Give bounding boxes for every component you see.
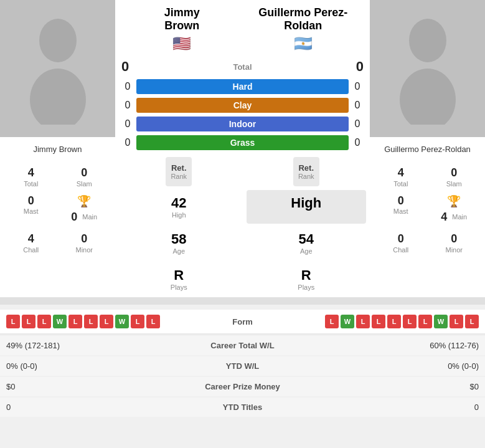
career-wl-row: 49% (172-181) Career Total W/L 60% (112-… [0,336,485,355]
main-container: Jimmy Brown 4 Total 0 Slam 0 Mast 🏆 [0,0,485,417]
left-minor-cell: 0 Minor [59,230,111,257]
right-mast-cell: 0 Mast [375,192,427,229]
left-ytd-titles: 0 [6,403,181,412]
right-slam-cell: 0 Slam [428,164,481,191]
right-rank-section: Ret. Rank [243,155,370,189]
form-badge: L [418,315,432,328]
left-total-cell: 4 Total [5,164,57,191]
left-chall-cell: 4 Chall [5,230,57,257]
surface-rows: 0 Hard 0 0 Clay 0 0 Indoor 0 0 Grass [115,77,370,152]
grass-row: 0 Grass 0 [121,133,364,152]
form-row: LLLWLLLWLL Form LWLLLLLWLL [0,310,485,333]
right-mast-value: 0 [398,194,404,208]
right-rank-label: Rank [298,173,314,180]
left-rank-box: Ret. Rank [166,157,192,186]
left-rank-val: Ret. [171,163,187,173]
clay-right: 0 [351,100,364,111]
total-right: 0 [356,59,364,75]
career-wl-label: Career Total W/L [181,341,305,350]
right-chall-label: Chall [393,246,408,254]
right-total-label: Total [393,180,408,188]
player-names-header: Jimmy Brown Guillermo Perez- Roldan [115,0,370,32]
left-career-wl: 49% (172-181) [6,341,181,350]
hard-btn: Hard [136,79,349,94]
left-minor-value: 0 [81,232,87,246]
left-player-photo [0,0,115,137]
left-age-label: Age [172,247,185,255]
form-badge: L [6,315,20,328]
right-player-name: Guillermo Perez-Roldan [380,142,474,156]
left-mast-value: 0 [28,194,34,208]
form-badge: L [403,315,417,328]
left-total-label: Total [24,180,38,188]
grass-right: 0 [351,137,364,148]
center-panel: Jimmy Brown Guillermo Perez- Roldan 🇺🇸 🇦… [115,0,370,297]
left-rank-section: Ret. Rank [115,155,243,189]
svg-point-2 [409,19,446,62]
left-age-val: 58 [171,231,186,247]
form-badge: L [131,315,144,328]
right-main-label: Main [452,213,467,221]
right-high-text: High [291,195,321,211]
left-minor-label: Minor [75,246,93,254]
total-label: Total [233,62,252,72]
form-badge: L [37,315,51,328]
right-minor-label: Minor [445,246,463,254]
ytd-wl-label: YTD W/L [181,361,305,371]
right-main-cell: 4 Main [440,208,468,227]
form-label: Form [218,317,268,326]
left-age-box: 58 Age [119,226,239,260]
ytd-titles-row: 0 YTD Titles 0 [0,398,485,417]
svg-point-1 [30,69,86,125]
right-main-value: 4 [441,211,447,224]
ytd-wl-row: 0% (0-0) YTD W/L 0% (0-0) [0,356,485,376]
left-high-val: 42 [171,195,186,211]
ytd-titles-label: YTD Titles [181,403,305,412]
right-ytd-titles: 0 [305,403,479,412]
right-chall-cell: 0 Chall [375,230,427,257]
left-flag: 🇺🇸 [172,35,191,52]
clay-row: 0 Clay 0 [121,96,364,115]
right-prize: $0 [305,382,479,391]
form-badge: L [356,315,370,328]
left-plays-val: R [174,267,184,284]
grass-left: 0 [121,137,134,148]
left-plays-box: R Plays [119,262,239,296]
hard-left: 0 [121,81,134,92]
left-prize: $0 [6,382,181,391]
total-left: 0 [121,59,129,75]
total-row: 0 Total 0 [115,55,370,77]
form-badge: W [53,315,67,328]
right-player-column: Guillermo Perez-Roldan 4 Total 0 Slam 0 … [370,0,485,297]
right-player-name-box: Guillermo Perez-Roldan [370,137,485,161]
right-total-cell: 4 Total [375,164,427,191]
clay-btn: Clay [136,98,349,113]
left-main-value: 0 [71,211,77,224]
right-slam-value: 0 [451,166,457,180]
left-trophy-icon: 🏆 [77,194,91,208]
right-flag: 🇦🇷 [294,35,313,52]
form-badge: L [325,315,339,328]
right-minor-cell: 0 Minor [428,230,481,257]
right-career-wl: 60% (112-76) [305,341,479,350]
right-minor-value: 0 [451,232,457,246]
form-badge: W [434,315,448,328]
form-badge: L [450,315,463,328]
left-plays-label: Plays [171,284,187,291]
prize-row: $0 Career Prize Money $0 [0,377,485,396]
left-form: LLLWLLLWLL [6,315,215,328]
clay-left: 0 [121,100,134,111]
left-stats-grid: 4 Total 0 Slam 0 Mast 🏆 0 Main [0,161,115,259]
form-badge: L [372,315,385,328]
form-badge: L [100,315,113,328]
form-badge: L [84,315,98,328]
high-section: 42 High High [115,189,370,225]
svg-point-3 [400,69,456,125]
left-total-value: 4 [28,166,34,180]
left-high-box: 42 High [119,190,239,224]
left-mast-cell: 0 Mast [5,192,57,229]
right-age-box: 54 Age [247,226,367,260]
right-high-box: High [247,190,367,224]
left-player-column: Jimmy Brown 4 Total 0 Slam 0 Mast 🏆 [0,0,115,297]
flags-row: 🇺🇸 🇦🇷 [115,32,370,55]
